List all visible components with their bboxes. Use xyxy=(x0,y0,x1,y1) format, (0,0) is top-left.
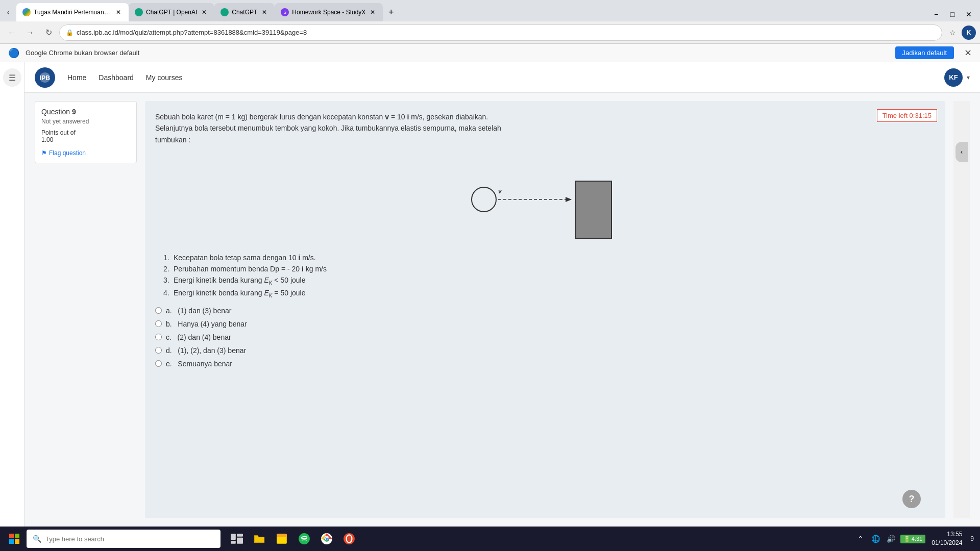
tab-3-close[interactable]: ✕ xyxy=(260,8,268,16)
spotify-icon[interactable] xyxy=(294,529,314,549)
answer-label-e[interactable]: e. Semuanya benar xyxy=(166,360,232,368)
make-default-button[interactable]: Jadikan default xyxy=(895,46,954,59)
radio-d[interactable] xyxy=(155,347,162,354)
answer-label-c[interactable]: c. (2) dan (4) benar xyxy=(166,333,231,341)
answer-option-d[interactable]: d. (1), (2), dan (3) benar xyxy=(155,346,935,355)
radio-c[interactable] xyxy=(155,334,162,340)
tab-2-favicon xyxy=(135,8,143,16)
chrome-logo: 🔵 xyxy=(8,47,19,59)
tab-2-title: ChatGPT | OpenAI xyxy=(146,9,197,16)
svg-text:IPB: IPB xyxy=(40,74,50,82)
help-button[interactable]: ? xyxy=(902,490,921,508)
nav-my-courses[interactable]: My courses xyxy=(146,73,183,82)
back-button[interactable]: ← xyxy=(4,25,19,40)
user-avatar-button[interactable]: KF xyxy=(944,68,963,87)
question-info-panel: Question 9 Not yet answered Points out o… xyxy=(35,101,137,518)
right-sidebar-collapse-button[interactable]: ‹ xyxy=(955,142,968,162)
user-menu-chevron[interactable]: ▾ xyxy=(967,74,970,81)
chrome-taskbar-icon[interactable] xyxy=(316,529,337,549)
task-view-icon[interactable] xyxy=(227,529,247,549)
network-icon[interactable]: 🌐 xyxy=(869,532,883,546)
minimize-button[interactable]: − xyxy=(929,7,943,21)
options-list: 1. Kecepatan bola tetap sama dengan 10 i… xyxy=(163,254,935,298)
address-bar[interactable]: 🔒 class.ipb.ac.id/mod/quiz/attempt.php?a… xyxy=(59,24,942,41)
sticky-notes-icon[interactable] xyxy=(272,529,292,549)
answer-option-a[interactable]: a. (1) dan (3) benar xyxy=(155,307,935,315)
radio-a[interactable] xyxy=(155,307,162,314)
notification-bar: 🔵 Google Chrome bukan browser default Ja… xyxy=(0,44,980,62)
nav-home[interactable]: Home xyxy=(67,73,86,82)
question-box: Question 9 Not yet answered Points out o… xyxy=(35,101,137,163)
maximize-button[interactable]: □ xyxy=(945,7,960,21)
question-points: Points out of 1.00 xyxy=(41,129,130,143)
taskbar-app-icons xyxy=(227,529,359,549)
search-input[interactable] xyxy=(45,535,214,543)
right-sidebar: ‹ xyxy=(953,101,970,518)
close-button[interactable]: ✕ xyxy=(962,7,976,21)
tray-up-arrow[interactable]: ⌃ xyxy=(853,532,868,546)
tab-4-close[interactable]: ✕ xyxy=(369,8,377,16)
address-bar-actions: ☆ K xyxy=(945,26,976,40)
taskbar-notification-count[interactable]: 9 xyxy=(968,535,976,542)
tab-bar: ‹ Tugas Mandiri Pertemuan 4 - G... ✕ Cha… xyxy=(0,0,980,21)
answer-option-e[interactable]: e. Semuanya benar xyxy=(155,360,935,368)
answer-option-b[interactable]: b. Hanya (4) yang benar xyxy=(155,320,935,328)
battery-indicator: 🔋 4:31 xyxy=(900,535,925,543)
svg-rect-11 xyxy=(231,534,236,540)
flag-question-link[interactable]: ⚑ Flag question xyxy=(41,149,130,157)
radio-b[interactable] xyxy=(155,320,162,327)
file-explorer-icon[interactable] xyxy=(249,529,270,549)
taskbar-clock[interactable]: 13:55 01/10/2024 xyxy=(927,530,966,547)
tab-3[interactable]: ChatGPT ✕ xyxy=(214,3,275,21)
tab-scroll-left[interactable]: ‹ xyxy=(0,3,16,21)
ssl-lock-icon: 🔒 xyxy=(66,29,74,36)
battery-time: 4:31 xyxy=(912,536,922,542)
option-item-1: 1. Kecepatan bola tetap sama dengan 10 i… xyxy=(163,254,935,262)
taskbar-time-display: 13:55 xyxy=(932,530,962,539)
svg-rect-14 xyxy=(231,541,236,543)
moodle-nav-right: KF ▾ xyxy=(944,68,970,87)
nav-dashboard[interactable]: Dashboard xyxy=(99,73,134,82)
moodle-logo: IPB xyxy=(35,67,55,88)
taskbar: 🔍 xyxy=(0,527,980,551)
browser-window-controls: − □ ✕ xyxy=(929,7,980,21)
notification-text: Google Chrome bukan browser default xyxy=(26,49,889,57)
moodle-left-sidebar: ☰ xyxy=(0,62,24,527)
question-main-panel: Time left 0:31:15 Sebuah bola karet (m =… xyxy=(145,101,945,518)
reload-button[interactable]: ↻ xyxy=(41,25,56,40)
sidebar-toggle-button[interactable]: ☰ xyxy=(3,68,21,87)
tab-1-close[interactable]: ✕ xyxy=(114,8,122,16)
answer-options: a. (1) dan (3) benar b. Hanya (4) yang b… xyxy=(155,307,935,368)
start-button[interactable] xyxy=(4,529,24,549)
browser-content: ☰ IPB Home Dashboard My courses xyxy=(0,62,980,527)
taskbar-search-bar[interactable]: 🔍 xyxy=(27,530,220,548)
svg-marker-5 xyxy=(566,197,572,202)
tab-2[interactable]: ChatGPT | OpenAI ✕ xyxy=(129,3,214,21)
svg-rect-8 xyxy=(15,534,19,538)
physics-diagram: v xyxy=(453,159,637,240)
tab-2-close[interactable]: ✕ xyxy=(200,8,208,16)
answer-option-c[interactable]: c. (2) dan (4) benar xyxy=(155,333,935,341)
tab-4-title: Homework Space - StudyX xyxy=(292,9,365,16)
answer-label-a[interactable]: a. (1) dan (3) benar xyxy=(166,307,231,315)
radio-e[interactable] xyxy=(155,360,162,367)
svg-point-2 xyxy=(472,187,496,212)
address-bar-row: ← → ↻ 🔒 class.ipb.ac.id/mod/quiz/attempt… xyxy=(0,21,980,44)
flag-icon: ⚑ xyxy=(41,149,47,157)
forward-button[interactable]: → xyxy=(22,25,38,40)
user-profile-button[interactable]: K xyxy=(962,26,976,40)
taskbar-right: ⌃ 🌐 🔊 🔋 4:31 13:55 01/10/2024 9 xyxy=(853,530,976,547)
new-tab-button[interactable]: + xyxy=(383,3,399,21)
tab-4[interactable]: S Homework Space - StudyX ✕ xyxy=(275,3,383,21)
svg-rect-7 xyxy=(9,534,14,538)
taskbar-date-display: 01/10/2024 xyxy=(932,539,962,547)
notification-close-button[interactable]: ✕ xyxy=(964,47,972,59)
bookmark-button[interactable]: ☆ xyxy=(945,26,960,40)
volume-icon[interactable]: 🔊 xyxy=(884,532,898,546)
tab-3-favicon xyxy=(220,8,229,16)
opera-icon[interactable] xyxy=(339,529,359,549)
tab-1[interactable]: Tugas Mandiri Pertemuan 4 - G... ✕ xyxy=(16,3,129,21)
answer-label-b[interactable]: b. Hanya (4) yang benar xyxy=(166,320,247,328)
svg-text:v: v xyxy=(498,188,502,195)
answer-label-d[interactable]: d. (1), (2), dan (3) benar xyxy=(166,346,246,355)
